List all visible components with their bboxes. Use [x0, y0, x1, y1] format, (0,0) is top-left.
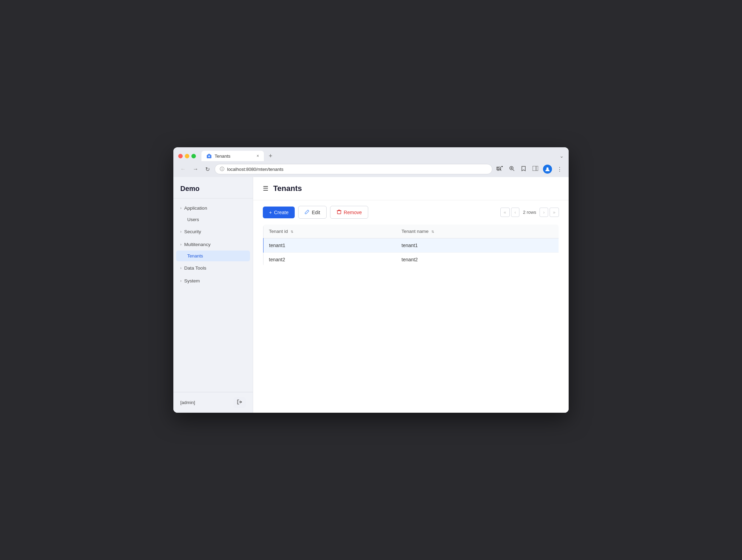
tab-expand-icon[interactable]: ⌄ [560, 153, 564, 159]
forward-button[interactable]: → [191, 165, 200, 174]
sidebar-section-application: › Application Users [173, 202, 253, 225]
page-title: Tenants [273, 184, 302, 193]
cell-tenant-id: tenant2 [263, 253, 396, 267]
pagination: « ‹ 2 rows › » [500, 208, 559, 217]
maximize-button[interactable] [191, 154, 196, 158]
main-toolbar: + Create Edit [253, 200, 569, 224]
sidebar-app-name: Demo [173, 177, 253, 199]
table-body: tenant1 tenant1 tenant2 tenant2 [263, 238, 559, 267]
admin-label: [admin] [180, 400, 195, 405]
edit-icon [305, 209, 310, 215]
more-options-icon[interactable]: ⋮ [555, 165, 564, 174]
tab-favicon [206, 153, 212, 159]
sidebar-section-system-label: System [184, 278, 200, 283]
sidebar-toggle-icon[interactable] [531, 165, 540, 174]
cell-tenant-name: tenant1 [396, 238, 559, 253]
sort-icon-tenant-id: ⇅ [291, 230, 293, 234]
back-button[interactable]: ← [178, 165, 188, 174]
minimize-button[interactable] [185, 154, 189, 158]
edit-label: Edit [312, 210, 320, 215]
address-bar[interactable]: ⓘ localhost:8080/mten/tenants [215, 164, 492, 174]
sidebar-item-tenants[interactable]: Tenants [176, 251, 250, 261]
browser-toolbar-actions: ⋮ [495, 164, 564, 174]
traffic-lights [178, 154, 196, 158]
sidebar-section-application-label: Application [184, 205, 207, 211]
sort-icon-tenant-name: ⇅ [431, 230, 434, 234]
svg-rect-2 [501, 166, 503, 167]
prev-page-button[interactable]: ‹ [511, 208, 519, 217]
user-avatar[interactable] [543, 165, 552, 174]
chevron-down-icon-2: › [180, 243, 181, 246]
main-content: ☰ Tenants + Create Edit [253, 177, 569, 413]
svg-rect-11 [337, 211, 341, 214]
table-header: Tenant id ⇅ Tenant name ⇅ [263, 225, 559, 238]
sidebar: Demo › Application Users › Sec [173, 177, 253, 413]
new-tab-button[interactable]: + [266, 151, 275, 161]
plus-icon: + [269, 210, 272, 215]
tab-close-icon[interactable]: × [257, 154, 259, 158]
cell-tenant-name: tenant2 [396, 253, 559, 267]
sidebar-item-multitenancy[interactable]: › Multitenancy [173, 238, 253, 251]
close-button[interactable] [178, 154, 183, 158]
sidebar-section-security: › Security [173, 226, 253, 238]
cast-icon[interactable] [495, 165, 504, 174]
trash-icon [337, 209, 342, 215]
browser-titlebar: Tenants × + ⌄ [173, 147, 569, 161]
main-header: ☰ Tenants [253, 177, 569, 200]
sidebar-item-users[interactable]: Users [173, 214, 253, 225]
chevron-right-icon: › [180, 230, 181, 234]
sidebar-section-multitenancy: › Multitenancy Tenants [173, 238, 253, 261]
browser-tabs-row: Tenants × + ⌄ [178, 151, 564, 161]
sidebar-item-data-tools[interactable]: › Data Tools [173, 262, 253, 274]
sidebar-item-application[interactable]: › Application [173, 202, 253, 214]
create-button[interactable]: + Create [263, 207, 295, 218]
first-page-button[interactable]: « [500, 208, 510, 217]
chevron-down-icon: › [180, 206, 181, 210]
sidebar-section-multitenancy-label: Multitenancy [184, 242, 210, 247]
table-wrapper: Tenant id ⇅ Tenant name ⇅ tenant1 [253, 224, 569, 413]
browser-toolbar: ← → ↻ ⓘ localhost:8080/mten/tenants ⋮ [173, 161, 569, 177]
cell-tenant-id: tenant1 [263, 238, 396, 253]
col-tenant-name[interactable]: Tenant name ⇅ [396, 225, 559, 238]
sidebar-item-security[interactable]: › Security [173, 226, 253, 238]
remove-label: Remove [344, 210, 362, 215]
tab-title: Tenants [215, 154, 231, 159]
svg-line-4 [513, 169, 514, 171]
remove-button[interactable]: Remove [330, 206, 368, 219]
hamburger-icon[interactable]: ☰ [263, 185, 268, 192]
browser-tab-active[interactable]: Tenants × [201, 151, 264, 161]
chevron-right-icon-2: › [180, 266, 181, 270]
sidebar-section-system: › System [173, 275, 253, 287]
browser-window: Tenants × + ⌄ ← → ↻ ⓘ localhost:8080/mte… [173, 147, 569, 413]
table-row[interactable]: tenant1 tenant1 [263, 238, 559, 253]
sidebar-section-data-tools-label: Data Tools [184, 265, 206, 271]
next-page-button[interactable]: › [540, 208, 548, 217]
zoom-icon[interactable] [508, 164, 516, 174]
reload-button[interactable]: ↻ [203, 165, 212, 174]
chevron-right-icon-3: › [180, 279, 181, 283]
create-label: Create [274, 210, 288, 215]
sidebar-item-system[interactable]: › System [173, 275, 253, 287]
svg-point-0 [208, 156, 210, 157]
app-content: Demo › Application Users › Sec [173, 177, 569, 413]
sidebar-section-data-tools: › Data Tools [173, 262, 253, 274]
edit-button[interactable]: Edit [298, 206, 327, 219]
col-tenant-id[interactable]: Tenant id ⇅ [263, 225, 396, 238]
sidebar-footer: [admin] [173, 392, 253, 413]
sidebar-section-security-label: Security [184, 229, 201, 234]
table-row[interactable]: tenant2 tenant2 [263, 253, 559, 267]
svg-rect-7 [533, 166, 538, 171]
security-icon: ⓘ [220, 166, 224, 172]
bookmark-icon[interactable] [519, 164, 528, 174]
tenants-table: Tenant id ⇅ Tenant name ⇅ tenant1 [263, 224, 559, 267]
last-page-button[interactable]: » [550, 208, 559, 217]
page-info: 2 rows [521, 210, 538, 215]
logout-button[interactable] [233, 397, 246, 408]
sidebar-nav: › Application Users › Security [173, 199, 253, 392]
url-text: localhost:8080/mten/tenants [227, 167, 284, 172]
